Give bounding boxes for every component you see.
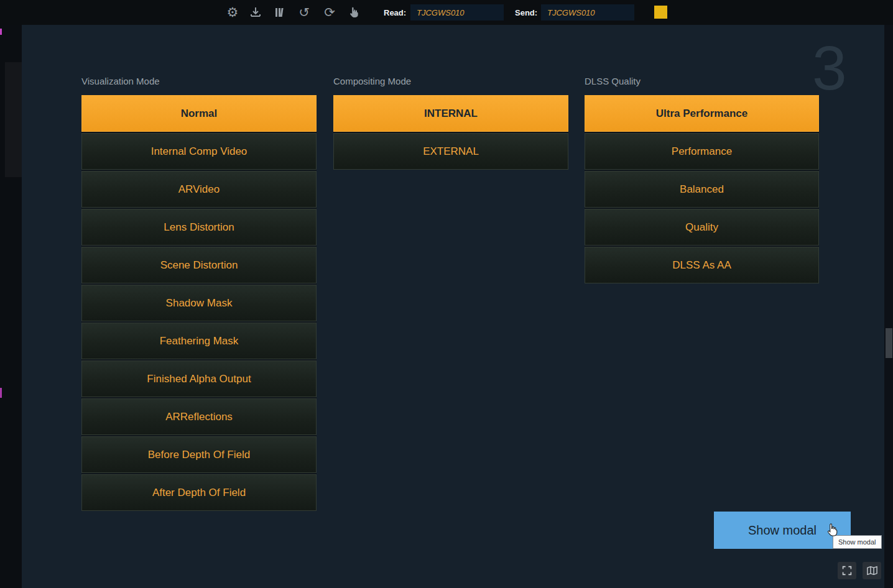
compositing-mode-group: Compositing Mode INTERNAL EXTERNAL <box>333 76 568 170</box>
refresh-icon[interactable]: ⟳ <box>321 4 338 21</box>
option-list: Normal Internal Comp Video ARVideo Lens … <box>81 95 317 511</box>
read-label: Read: <box>384 8 406 17</box>
left-edge-marker <box>0 29 2 35</box>
status-swatch[interactable] <box>654 6 667 19</box>
left-edge-marker <box>0 388 2 398</box>
map-button[interactable] <box>863 562 881 579</box>
history-icon[interactable]: ↺ <box>295 4 313 21</box>
library-icon[interactable] <box>271 4 289 21</box>
dlss-option[interactable]: Ultra Performance <box>585 95 819 132</box>
viz-mode-option[interactable]: Internal Comp Video <box>81 133 317 170</box>
option-list: INTERNAL EXTERNAL <box>333 95 568 170</box>
group-label: Visualization Mode <box>81 76 317 86</box>
viz-mode-option[interactable]: Finished Alpha Output <box>81 361 317 397</box>
compositing-option[interactable]: EXTERNAL <box>333 133 568 170</box>
right-edge <box>884 25 893 588</box>
scrollbar-thumb[interactable] <box>886 328 892 358</box>
viz-mode-option[interactable]: ARReflections <box>81 398 317 435</box>
read-input[interactable] <box>410 4 504 21</box>
dlss-option[interactable]: Performance <box>585 133 819 170</box>
fullscreen-icon <box>842 566 852 576</box>
viz-mode-option[interactable]: Normal <box>81 95 317 132</box>
send-input[interactable] <box>541 4 634 21</box>
dlss-option[interactable]: Quality <box>585 209 819 246</box>
visualization-mode-group: Visualization Mode Normal Internal Comp … <box>81 76 317 511</box>
dlss-option[interactable]: Balanced <box>585 171 819 208</box>
viz-mode-option[interactable]: Feathering Mask <box>81 323 317 359</box>
viz-mode-option[interactable]: Before Depth Of Field <box>81 436 317 473</box>
dlss-quality-group: DLSS Quality Ultra Performance Performan… <box>585 76 819 283</box>
compositing-option[interactable]: INTERNAL <box>333 95 568 132</box>
viz-mode-option[interactable]: Lens Distortion <box>81 209 317 246</box>
viz-mode-option[interactable]: Shadow Mask <box>81 285 317 321</box>
viz-mode-option[interactable]: After Depth Of Field <box>81 474 317 511</box>
show-modal-tooltip: Show modal <box>833 535 882 549</box>
dlss-option[interactable]: DLSS As AA <box>585 247 819 283</box>
option-list: Ultra Performance Performance Balanced Q… <box>585 95 819 283</box>
send-label: Send: <box>515 8 537 17</box>
pan-hand-icon[interactable] <box>345 4 363 21</box>
group-label: DLSS Quality <box>585 76 819 86</box>
download-icon[interactable] <box>247 4 264 21</box>
top-toolbar: ⚙ ↺ ⟳ Read: Send: <box>0 0 893 25</box>
fullscreen-button[interactable] <box>838 562 856 579</box>
map-icon <box>867 566 877 576</box>
settings-icon[interactable]: ⚙ <box>224 4 241 21</box>
group-label: Compositing Mode <box>333 76 568 86</box>
viz-mode-option[interactable]: Scene Distortion <box>81 247 317 283</box>
left-edge-highlight <box>5 62 22 177</box>
show-modal-button[interactable]: Show modal <box>714 512 851 549</box>
viz-mode-option[interactable]: ARVideo <box>81 171 317 208</box>
